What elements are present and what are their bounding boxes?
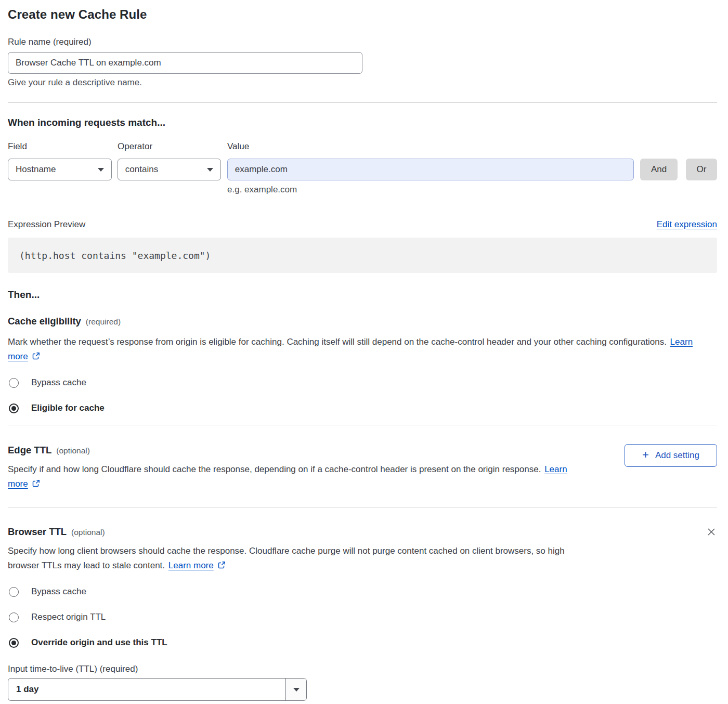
edit-expression-link[interactable]: Edit expression (657, 219, 717, 230)
value-label: Value (227, 141, 249, 152)
operator-select-value: contains (125, 164, 158, 175)
rule-name-help: Give your rule a descriptive name. (8, 77, 717, 88)
learn-more-link[interactable]: Learn more (168, 560, 214, 570)
ttl-select-arrow[interactable] (285, 679, 306, 700)
remove-browser-ttl-button[interactable] (706, 527, 717, 538)
rule-name-label: Rule name (required) (8, 36, 717, 48)
close-icon (706, 527, 717, 539)
radio-unchecked-icon[interactable] (9, 587, 19, 597)
field-select[interactable]: Hostname (8, 159, 112, 180)
description-text: Mark whether the request’s response from… (8, 337, 667, 347)
browser-ttl-title-row: Browser TTL (optional) (8, 526, 706, 538)
add-setting-label: Add setting (655, 450, 699, 461)
description-text: Specify how long client browsers should … (8, 546, 565, 570)
cache-eligibility-title: Cache eligibility (8, 315, 81, 328)
radio-unchecked-icon[interactable] (9, 612, 19, 622)
radio-checked-icon[interactable] (9, 638, 19, 648)
plus-icon: + (642, 449, 649, 461)
external-link-icon (32, 478, 40, 492)
ttl-select[interactable]: 1 day (8, 678, 307, 701)
external-link-icon (32, 350, 40, 365)
match-controls-row: Hostname contains And Or (8, 159, 717, 180)
optional-badge: (optional) (71, 528, 105, 537)
match-heading: When incoming requests match... (8, 116, 717, 129)
radio-option-label: Bypass cache (31, 586, 86, 597)
browser-ttl-title: Browser TTL (8, 526, 67, 538)
operator-label: Operator (118, 141, 227, 152)
add-setting-button[interactable]: + Add setting (625, 444, 717, 467)
radio-option-label: Override origin and use this TTL (31, 637, 167, 648)
field-select-value: Hostname (16, 164, 56, 175)
or-button[interactable]: Or (686, 159, 717, 180)
ttl-select-value: 1 day (8, 679, 285, 700)
cache-eligibility-description: Mark whether the request’s response from… (8, 335, 707, 365)
optional-badge: (optional) (56, 446, 90, 455)
radio-option-label: Bypass cache (31, 377, 86, 388)
expression-preview-code: (http.host contains "example.com") (8, 238, 717, 273)
edge-ttl-title: Edge TTL (8, 444, 51, 457)
field-label: Field (8, 141, 118, 152)
required-badge: (required) (86, 317, 121, 327)
edge-ttl-section: Edge TTL (optional) Specify if and how l… (8, 425, 717, 492)
page-title: Create new Cache Rule (8, 7, 717, 22)
then-heading: Then... (8, 289, 717, 301)
radio-option-label: Eligible for cache (31, 402, 105, 414)
match-labels-row: Field Operator Value (8, 141, 717, 152)
value-input[interactable] (227, 159, 634, 180)
description-text: Specify if and how long Cloudflare shoul… (8, 464, 541, 474)
radio-option-bypass-cache[interactable]: Bypass cache (8, 377, 717, 388)
browser-ttl-section: Browser TTL (optional) Specify how long … (8, 507, 717, 574)
radio-option-bypass-cache-browser[interactable]: Bypass cache (8, 586, 717, 597)
ttl-input-label: Input time-to-live (TTL) (required) (8, 663, 717, 675)
section-divider (8, 102, 717, 103)
operator-select[interactable]: contains (118, 159, 221, 180)
rule-name-input[interactable] (8, 52, 362, 74)
value-help: e.g. example.com (227, 185, 717, 195)
and-button[interactable]: And (640, 159, 678, 180)
browser-ttl-description: Specify how long client browsers should … (8, 544, 575, 574)
create-cache-rule-form: Create new Cache Rule Rule name (require… (8, 7, 717, 701)
chevron-down-icon (98, 168, 104, 172)
radio-checked-icon[interactable] (9, 403, 19, 413)
cache-eligibility-title-row: Cache eligibility (required) (8, 315, 717, 328)
chevron-down-icon (207, 168, 213, 172)
expression-code-text: (http.host contains "example.com") (19, 250, 211, 261)
radio-option-override-origin-ttl[interactable]: Override origin and use this TTL (8, 637, 717, 648)
radio-unchecked-icon[interactable] (9, 378, 19, 388)
radio-option-eligible-for-cache[interactable]: Eligible for cache (8, 402, 717, 414)
expression-preview-label: Expression Preview (8, 219, 85, 230)
expression-row: Expression Preview Edit expression (8, 219, 717, 230)
edge-ttl-title-row: Edge TTL (optional) (8, 444, 625, 457)
chevron-down-icon (293, 688, 300, 692)
radio-option-respect-origin-ttl[interactable]: Respect origin TTL (8, 611, 717, 623)
edge-ttl-description: Specify if and how long Cloudflare shoul… (8, 462, 582, 492)
radio-option-label: Respect origin TTL (31, 611, 106, 623)
external-link-icon (217, 559, 226, 574)
